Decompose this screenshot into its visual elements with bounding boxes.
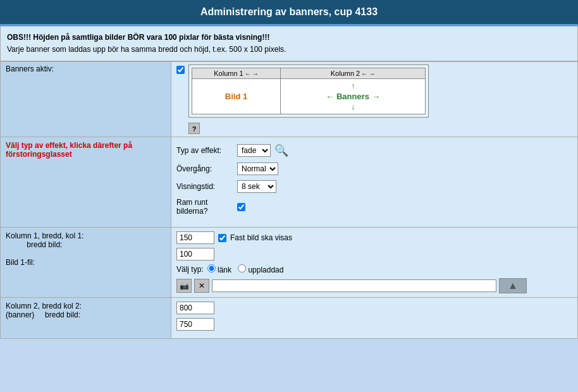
file-path-input[interactable] <box>212 279 496 292</box>
overgång-select[interactable]: Normal Fast Slow <box>237 162 278 175</box>
banners-arrow-up: ↑ <box>351 82 355 90</box>
col2-arrow-right: → <box>369 70 375 77</box>
fast-bild-label: Fast bild ska visas <box>230 233 292 242</box>
kolumn2-bredd-label: bredd kol 2: <box>42 302 82 310</box>
bredd-bild-kol2-row <box>176 318 572 331</box>
bredd-bild-kol2-input[interactable] <box>176 318 214 331</box>
warning-box: OBS!!! Höjden på samtliga bilder BÖR var… <box>0 26 578 61</box>
bredd-kol1-row: Fast bild ska visas <box>176 231 572 244</box>
magnify-icon[interactable]: 🔍 <box>274 144 288 157</box>
preview-col2: Kolumn 2 ← → ↑ ← Banners → <box>281 68 425 114</box>
warning-line2: Varje banner som laddas upp bör ha samma… <box>7 45 286 54</box>
preview-area: Kolumn 1 ← → Bild 1 <box>188 64 429 118</box>
upload-arrow-button[interactable]: ▲ <box>499 278 527 293</box>
delete-icon: ✕ <box>199 281 205 290</box>
kolumn1-bredd-label: bredd, kol 1: <box>42 231 83 240</box>
radio-lank[interactable] <box>207 264 216 273</box>
kolumn1-label-cell: Kolumn 1, bredd, kol 1: bredd bild: Bild… <box>1 228 171 298</box>
overgång-label: Övergång: <box>176 164 233 173</box>
ram-row: Ram runt bilderna? <box>176 198 572 216</box>
preview-columns: Kolumn 1 ← → Bild 1 <box>192 68 426 114</box>
warning-line1: OBS!!! Höjden på samtliga bilder BÖR var… <box>7 33 269 42</box>
radio-uppladdad[interactable] <box>238 264 246 273</box>
delete-button[interactable]: ✕ <box>194 279 209 293</box>
radio-lank-label[interactable]: länk <box>207 264 231 274</box>
kolumn2-bredd-bild-label: bredd bild: <box>45 310 80 319</box>
col2-header: Kolumn 2 ← → <box>281 68 425 79</box>
col2-body: ↑ ← Banners → ↓ <box>281 79 425 114</box>
typ-effekt-label: Typ av effekt: <box>176 146 233 155</box>
bredd-bild-input[interactable] <box>176 248 214 260</box>
banners-aktiv-row: Banners aktiv: Kolumn 1 ← <box>1 62 578 137</box>
banners-aktiv-label: Banners aktiv: <box>6 64 54 73</box>
arrow-up-icon: ▲ <box>508 280 518 291</box>
page-header: Administrering av banners, cup 4133 <box>0 0 578 24</box>
effect-controls-cell: Typ av effekt: fade slide none 🔍 Övergån… <box>171 137 578 228</box>
banners-center-label: Banners <box>336 92 369 101</box>
ram-checkbox[interactable] <box>237 203 245 211</box>
valj-typ-label: Välj typ: <box>176 265 204 274</box>
col1-header: Kolumn 1 ← → <box>192 68 280 79</box>
effect-instruction: Välj typ av effekt, klicka därefter på f… <box>6 141 132 159</box>
visningstid-select[interactable]: 4 sek 6 sek 8 sek 10 sek 12 sek <box>237 180 276 193</box>
banners-arrow-down: ↓ <box>351 102 355 111</box>
bredd-bild-row <box>176 248 572 260</box>
main-table: Banners aktiv: Kolumn 1 ← <box>0 61 578 339</box>
radio-uppladdad-text: uppladdad <box>248 266 283 274</box>
visningstid-row: Visningstid: 4 sek 6 sek 8 sek 10 sek 12… <box>176 180 572 193</box>
ram-label: Ram runt bilderna? <box>176 198 233 216</box>
camera-icon: 📷 <box>180 281 189 290</box>
typ-effekt-select[interactable]: fade slide none <box>237 144 271 157</box>
radio-uppladdad-label[interactable]: uppladdad <box>238 264 283 274</box>
bredd-kol1-input[interactable] <box>176 231 214 244</box>
file-row: 📷 ✕ ▲ <box>176 278 572 293</box>
col1-label: Kolumn 1 <box>214 70 243 77</box>
col2-label: Kolumn 2 <box>331 70 360 77</box>
preview-wrapper: Kolumn 1 ← → Bild 1 <box>176 64 572 134</box>
visningstid-label: Visningstid: <box>176 182 233 191</box>
kolumn2-label-cell: Kolumn 2, bredd kol 2: (banner) bredd bi… <box>1 298 171 339</box>
kolumn1-controls-cell: Fast bild ska visas Välj typ: länk uppla… <box>171 228 578 298</box>
typ-effekt-row: Typ av effekt: fade slide none 🔍 <box>176 144 572 157</box>
bredd-kol2-row <box>176 302 572 314</box>
radio-lank-text: länk <box>218 266 231 274</box>
kolumn1-row: Kolumn 1, bredd, kol 1: bredd bild: Bild… <box>1 228 578 298</box>
banners-aktiv-checkbox[interactable] <box>176 66 185 74</box>
bredd-kol2-input[interactable] <box>176 302 214 314</box>
kolumn1-bild-fil-label: Bild 1-fil: <box>6 258 35 267</box>
kolumn2-banner-label: (banner) <box>6 310 34 319</box>
kolumn1-bredd-bild-label: bredd bild: <box>27 240 62 249</box>
camera-button[interactable]: 📷 <box>176 279 192 293</box>
kolumn1-main-label: Kolumn 1, <box>6 231 40 240</box>
bild1-label: Bild 1 <box>225 92 247 101</box>
page-title: Administrering av banners, cup 4133 <box>200 6 378 17</box>
banners-arrow-right: → <box>372 92 380 101</box>
col2-arrow-left: ← <box>361 70 367 77</box>
banners-arrow-left: ← <box>326 92 334 101</box>
help-button[interactable]: ? <box>188 123 200 134</box>
effect-form: Typ av effekt: fade slide none 🔍 Övergån… <box>176 141 572 223</box>
overgång-row: Övergång: Normal Fast Slow <box>176 162 572 175</box>
col1-arrow-right: → <box>252 70 259 77</box>
preview-col1: Kolumn 1 ← → Bild 1 <box>192 68 281 114</box>
banners-aktiv-value-cell: Kolumn 1 ← → Bild 1 <box>171 62 578 137</box>
kolumn2-controls-cell <box>171 298 578 339</box>
banners-text-row: ← Banners → <box>326 92 380 101</box>
col1-arrow-left: ← <box>245 70 251 77</box>
effect-label-cell: Välj typ av effekt, klicka därefter på f… <box>1 137 171 228</box>
radio-group: länk uppladdad <box>207 264 284 274</box>
kolumn2-main-label: Kolumn 2, <box>6 302 40 310</box>
col1-body: Bild 1 <box>192 79 280 114</box>
banners-aktiv-label-cell: Banners aktiv: <box>1 62 171 137</box>
effect-row: Välj typ av effekt, klicka därefter på f… <box>1 137 578 228</box>
kolumn2-row: Kolumn 2, bredd kol 2: (banner) bredd bi… <box>1 298 578 339</box>
valj-typ-row: Välj typ: länk uppladdad <box>176 264 572 274</box>
fast-bild-checkbox[interactable] <box>218 234 226 242</box>
